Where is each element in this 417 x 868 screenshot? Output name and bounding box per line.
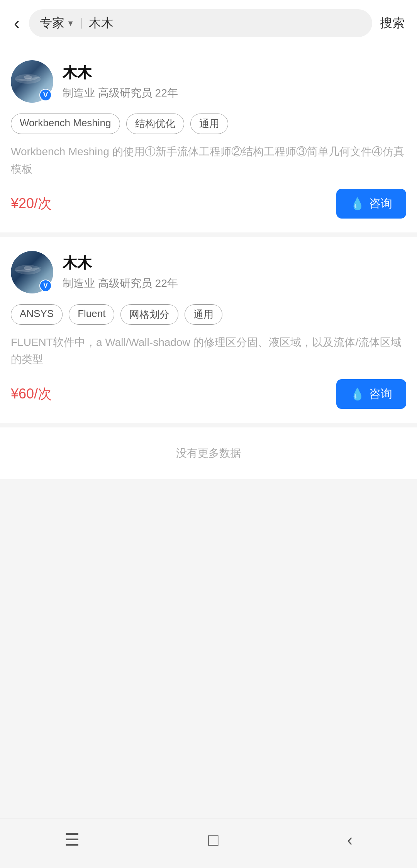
expert-header: V 木木 制造业 高级研究员 22年: [11, 251, 406, 293]
search-divider: [81, 18, 82, 29]
consult-label: 咨询: [369, 196, 392, 212]
back-button[interactable]: ‹: [11, 15, 23, 32]
avatar-wrap: V: [11, 251, 53, 293]
price-label: ¥60/次: [11, 385, 52, 403]
card-footer: ¥60/次 💧 咨询: [11, 379, 406, 409]
header: ‹ 专家 ▼ 木木 搜索: [0, 0, 417, 46]
tag-item[interactable]: Fluent: [69, 304, 114, 325]
verified-badge: V: [39, 280, 52, 292]
price-label: ¥20/次: [11, 194, 52, 213]
tag-item[interactable]: ANSYS: [11, 304, 63, 325]
search-query-text: 木木: [89, 15, 114, 32]
consult-label: 咨询: [369, 386, 392, 402]
back-nav-icon[interactable]: ‹: [347, 830, 353, 849]
card-description: Workbench Meshing 的使用①新手流体工程师②结构工程师③简单几何…: [11, 143, 406, 178]
no-more-text: 没有更多数据: [176, 447, 241, 459]
tag-item[interactable]: 结构优化: [126, 114, 184, 134]
menu-icon[interactable]: ☰: [64, 830, 80, 849]
tag-item[interactable]: 网格划分: [120, 304, 178, 325]
category-label: 专家: [40, 15, 64, 32]
svg-point-5: [24, 266, 32, 270]
no-more-label: 没有更多数据: [0, 427, 417, 479]
expert-name: 木木: [63, 253, 406, 273]
verified-badge: V: [39, 89, 52, 101]
card-description: FLUENT软件中，a Wall/Wall-shadow 的修理区分固、液区域，…: [11, 334, 406, 369]
expert-subtitle: 制造业 高级研究员 22年: [63, 276, 406, 291]
expert-info: 木木 制造业 高级研究员 22年: [63, 253, 406, 291]
home-icon[interactable]: □: [208, 830, 219, 849]
consult-button[interactable]: 💧 咨询: [336, 189, 406, 219]
flame-icon: 💧: [350, 197, 364, 210]
tag-item[interactable]: Workbench Meshing: [11, 114, 120, 134]
expert-name: 木木: [63, 63, 406, 83]
expert-card: V 木木 制造业 高级研究员 22年 ANSYS Fluent 网格划分 通用 …: [0, 237, 417, 423]
expert-info: 木木 制造业 高级研究员 22年: [63, 63, 406, 100]
search-category[interactable]: 专家 ▼: [40, 15, 75, 32]
tag-list: Workbench Meshing 结构优化 通用: [11, 114, 406, 134]
avatar-wrap: V: [11, 60, 53, 103]
chevron-down-icon: ▼: [67, 19, 75, 28]
tag-item[interactable]: 通用: [185, 304, 222, 325]
bottom-navigation: ☰ □ ‹: [0, 819, 417, 868]
expert-subtitle: 制造业 高级研究员 22年: [63, 86, 406, 100]
search-bar[interactable]: 专家 ▼ 木木: [29, 9, 372, 37]
content-area: V 木木 制造业 高级研究员 22年 Workbench Meshing 结构优…: [0, 46, 417, 819]
tag-list: ANSYS Fluent 网格划分 通用: [11, 304, 406, 325]
flame-icon: 💧: [350, 387, 364, 401]
expert-header: V 木木 制造业 高级研究员 22年: [11, 60, 406, 103]
consult-button[interactable]: 💧 咨询: [336, 379, 406, 409]
expert-card: V 木木 制造业 高级研究员 22年 Workbench Meshing 结构优…: [0, 46, 417, 232]
svg-point-2: [24, 75, 32, 80]
search-button[interactable]: 搜索: [378, 15, 406, 32]
tag-item[interactable]: 通用: [190, 114, 228, 134]
card-footer: ¥20/次 💧 咨询: [11, 189, 406, 219]
